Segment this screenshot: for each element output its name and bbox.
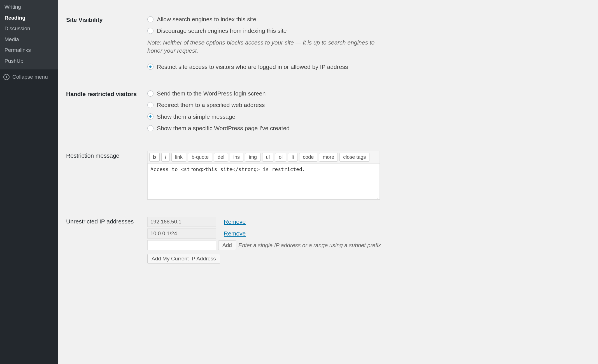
qt-link-button[interactable]: link (171, 153, 186, 162)
sidebar-item-media[interactable]: Media (0, 34, 58, 45)
radio-icon (147, 16, 153, 22)
radio-redirect[interactable]: Redirect them to a specified web address (147, 101, 590, 109)
ip-add-row: Add Enter a single IP address or a range… (147, 240, 590, 250)
add-ip-button[interactable]: Add (218, 240, 236, 250)
heading-site-visibility: Site Visibility (66, 15, 147, 74)
remove-ip-link[interactable]: Remove (224, 218, 246, 226)
settings-submenu: Writing Reading Discussion Media Permali… (0, 0, 58, 69)
qt-italic-button[interactable]: i (161, 153, 170, 162)
row-restriction-message: Restriction message b i link b-quote del… (66, 151, 590, 202)
radio-discourage-index[interactable]: Discourage search engines from indexing … (147, 27, 590, 35)
remove-ip-link[interactable]: Remove (224, 229, 246, 237)
ip-row: Remove (147, 217, 590, 227)
ip-input-1[interactable] (147, 217, 216, 227)
sidebar-item-writing[interactable]: Writing (0, 2, 58, 13)
collapse-menu-button[interactable]: Collapse menu (0, 69, 58, 85)
qt-del-button[interactable]: del (214, 153, 228, 162)
row-site-visibility: Site Visibility Allow search engines to … (66, 15, 590, 74)
radio-send-login[interactable]: Send them to the WordPress login screen (147, 89, 590, 97)
radio-icon (147, 90, 153, 97)
ip-input-2[interactable] (147, 228, 216, 239)
radio-label: Discourage search engines from indexing … (157, 27, 287, 35)
qt-close-tags-button[interactable]: close tags (339, 153, 369, 162)
heading-handle-restricted: Handle restricted visitors (66, 89, 147, 136)
sidebar-item-discussion[interactable]: Discussion (0, 23, 58, 34)
sidebar-item-reading[interactable]: Reading (0, 13, 58, 24)
radio-icon (147, 113, 153, 120)
radio-icon (147, 102, 153, 108)
qt-ol-button[interactable]: ol (275, 153, 286, 162)
qt-code-button[interactable]: code (299, 153, 317, 162)
radio-label: Allow search engines to index this site (157, 15, 256, 23)
row-ip-addresses: Unrestricted IP addresses Remove Remove … (66, 217, 590, 264)
qt-img-button[interactable]: img (245, 153, 260, 162)
qt-ul-button[interactable]: ul (262, 153, 273, 162)
heading-restriction-message: Restriction message (66, 151, 147, 202)
ip-row: Remove (147, 228, 590, 239)
sidebar-item-pushup[interactable]: PushUp (0, 56, 58, 67)
qt-ins-button[interactable]: ins (230, 153, 243, 162)
heading-ip-addresses: Unrestricted IP addresses (66, 217, 147, 264)
radio-icon (147, 125, 153, 131)
row-handle-restricted: Handle restricted visitors Send them to … (66, 89, 590, 136)
radio-allow-index[interactable]: Allow search engines to index this site (147, 15, 590, 23)
qt-more-button[interactable]: more (319, 153, 338, 162)
radio-icon (147, 28, 153, 34)
radio-label: Show them a simple message (157, 113, 235, 121)
radio-icon (147, 64, 153, 70)
radio-restrict-access[interactable]: Restrict site access to visitors who are… (147, 63, 590, 71)
radio-wp-page[interactable]: Show them a specific WordPress page I've… (147, 124, 590, 132)
main-content: Site Visibility Allow search engines to … (58, 0, 598, 364)
qt-li-button[interactable]: li (288, 153, 297, 162)
collapse-menu-label: Collapse menu (12, 73, 48, 81)
quicktags-toolbar: b i link b-quote del ins img ul ol li co… (147, 151, 380, 163)
radio-label: Show them a specific WordPress page I've… (157, 124, 290, 132)
radio-label: Redirect them to a specified web address (157, 101, 265, 109)
visibility-note: Note: Neither of these options blocks ac… (147, 38, 377, 55)
ip-hint: Enter a single IP address or a range usi… (238, 241, 381, 249)
qt-bold-button[interactable]: b (149, 153, 160, 162)
sidebar-item-permalinks[interactable]: Permalinks (0, 45, 58, 56)
restriction-message-textarea[interactable] (147, 163, 380, 200)
qt-bquote-button[interactable]: b-quote (188, 153, 212, 162)
add-current-ip-button[interactable]: Add My Current IP Address (147, 254, 220, 264)
radio-simple-message[interactable]: Show them a simple message (147, 113, 590, 121)
admin-sidebar: Writing Reading Discussion Media Permali… (0, 0, 58, 364)
radio-label: Restrict site access to visitors who are… (157, 63, 348, 71)
radio-label: Send them to the WordPress login screen (157, 89, 266, 97)
collapse-icon (3, 74, 10, 80)
ip-input-new[interactable] (147, 240, 216, 250)
